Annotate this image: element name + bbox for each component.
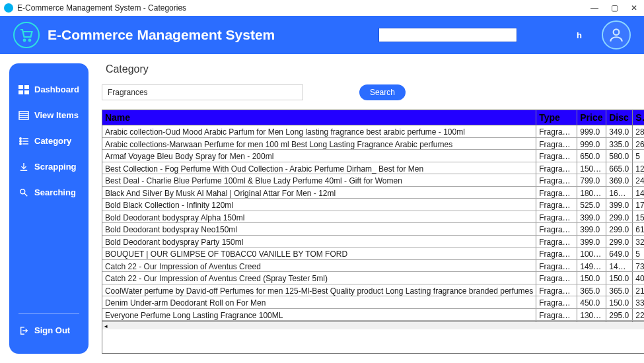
app-icon xyxy=(4,3,13,13)
sidebar-item-label: Scrapping xyxy=(34,162,77,172)
sidebar-item-dashboard[interactable]: Dashboard xyxy=(9,77,89,102)
cell-sold: 5 xyxy=(633,150,644,162)
cell-name: Catch 22 - Our Impression of Aventus Cre… xyxy=(102,260,536,272)
cell-price: 1500.0 xyxy=(577,162,606,174)
sidebar-item-signout[interactable]: Sign Out xyxy=(9,317,89,343)
list-icon xyxy=(18,111,29,120)
cell-type: Fragrances xyxy=(536,284,577,296)
cell-price: 1490.0 xyxy=(577,260,606,272)
sidebar-item-category[interactable]: Category xyxy=(9,128,89,154)
cell-disc: 399.0 xyxy=(606,199,633,211)
table-row[interactable]: Best Collection - Fog Perfume With Oud C… xyxy=(102,162,644,175)
cell-sold: 174 xyxy=(633,199,644,211)
cell-disc: 299.0 xyxy=(606,211,633,223)
cell-price: 650.0 xyxy=(577,150,606,162)
cell-disc: 580.0 xyxy=(606,150,633,162)
cell-type: Fragrances xyxy=(536,309,577,321)
cell-type: Fragrances xyxy=(536,223,577,235)
search-button[interactable]: Search xyxy=(359,84,406,100)
table-row[interactable]: Catch 22 - Our Impression of Aventus Cre… xyxy=(102,272,644,284)
cell-sold: 406 xyxy=(633,272,644,284)
table-header: Name Type Price Disc Sold Reviews R ▲ xyxy=(102,110,644,125)
maximize-button[interactable]: ▢ xyxy=(604,0,624,16)
cell-disc: 295.0 xyxy=(606,309,633,321)
sidebar-item-label: Category xyxy=(34,136,71,146)
cell-sold: 734 xyxy=(633,260,644,272)
sidebar-divider xyxy=(18,313,79,314)
cart-icon xyxy=(13,22,40,48)
col-header-disc[interactable]: Disc xyxy=(606,110,633,125)
sidebar-item-label: Sign Out xyxy=(34,325,70,335)
table-row[interactable]: Denim Under-arm Deodorant Roll on For Me… xyxy=(102,296,644,309)
cell-type: Fragrances xyxy=(536,187,577,199)
table-row[interactable]: Black And Silver By Musk Al Mahal | Orig… xyxy=(102,187,644,199)
col-header-sold[interactable]: Sold xyxy=(633,110,644,125)
main-area: Dashboard View Items Category Scrapping … xyxy=(0,54,644,363)
svg-point-2 xyxy=(614,29,620,35)
col-header-type[interactable]: Type xyxy=(536,110,577,125)
col-header-price[interactable]: Price xyxy=(577,110,606,125)
cell-name: Best Collection - Fog Perfume With Oud C… xyxy=(102,162,536,174)
sidebar-item-view-items[interactable]: View Items xyxy=(9,102,89,128)
table-row[interactable]: Bold Black Collection - Infinity 120mlFr… xyxy=(102,199,644,211)
cell-disc: 1490.0 xyxy=(606,260,633,272)
topbar-search-input[interactable] xyxy=(378,28,517,42)
table-row[interactable]: BOUQUET | OUR GLIMPSE OF T0BACC0 VANILLE… xyxy=(102,248,644,260)
sidebar-item-scrapping[interactable]: Scrapping xyxy=(9,154,89,180)
table-row[interactable]: Best Deal - Charlie Blue Perfume 100ml &… xyxy=(102,174,644,187)
table-row[interactable]: CoolWater perfume by David-off Perfumes … xyxy=(102,284,644,297)
content: Category Search Name Type Price Disc Sol… xyxy=(89,63,644,354)
cell-price: 365.0 xyxy=(577,284,606,296)
table-row[interactable]: Arabic collections-Marwaan Perfume for m… xyxy=(102,138,644,150)
cell-disc: 299.0 xyxy=(606,223,633,235)
table-row[interactable]: Bold Deodorant bodyspray Neo150mlFragran… xyxy=(102,223,644,236)
cell-price: 150.0 xyxy=(577,272,606,284)
cell-price: 799.0 xyxy=(577,174,606,186)
cell-name: Arabic collection-Oud Mood Arabic Parfum… xyxy=(102,125,536,137)
dashboard-icon xyxy=(18,85,29,94)
topbar-right-text: h xyxy=(577,30,582,40)
table-row[interactable]: Arabic collection-Oud Mood Arabic Parfum… xyxy=(102,125,644,138)
cell-type: Fragrances xyxy=(536,260,577,272)
cell-disc: 150.0 xyxy=(606,296,633,308)
cell-sold: 224 xyxy=(633,309,644,321)
cell-sold: 121 xyxy=(633,162,644,174)
cell-disc: 365.0 xyxy=(606,284,633,296)
table-row[interactable]: Bold Deodorant bodyspray Party 150mlFrag… xyxy=(102,236,644,248)
cell-name: Bold Deodorant bodyspray Party 150ml xyxy=(102,236,536,248)
data-table: Name Type Price Disc Sold Reviews R ▲ Ar… xyxy=(102,110,644,354)
cell-type: Fragrances xyxy=(536,272,577,284)
cell-disc: 1600.0 xyxy=(606,187,633,199)
close-button[interactable]: ✕ xyxy=(624,0,644,16)
cell-type: Fragrances xyxy=(536,211,577,223)
page-title: Category xyxy=(106,63,644,75)
window-controls: — ▢ ✕ xyxy=(585,0,644,16)
svg-point-13 xyxy=(20,140,21,141)
cell-price: 999.0 xyxy=(577,138,606,150)
cell-name: Best Deal - Charlie Blue Perfume 100ml &… xyxy=(102,174,536,186)
table-body: Arabic collection-Oud Mood Arabic Parfum… xyxy=(102,125,644,321)
table-row[interactable]: Armaf Voyage Bleu Body Spray for Men - 2… xyxy=(102,150,644,162)
titlebar: E-Commerce Management System - Categorie… xyxy=(0,0,644,16)
cell-disc: 299.0 xyxy=(606,236,633,248)
cell-name: Bold Black Collection - Infinity 120ml xyxy=(102,199,536,211)
cell-sold: 142 xyxy=(633,187,644,199)
cell-type: Fragrances xyxy=(536,199,577,211)
cell-disc: 150.0 xyxy=(606,272,633,284)
cell-name: BOUQUET | OUR GLIMPSE OF T0BACC0 VANILLE… xyxy=(102,248,536,259)
avatar-button[interactable] xyxy=(602,20,631,50)
cell-disc: 649.0 xyxy=(606,248,633,259)
category-search-input[interactable] xyxy=(102,84,303,100)
minimize-button[interactable]: — xyxy=(585,0,604,16)
cell-name: Black And Silver By Musk Al Mahal | Orig… xyxy=(102,187,536,199)
col-header-name[interactable]: Name xyxy=(102,110,536,125)
cell-name: Armaf Voyage Bleu Body Spray for Men - 2… xyxy=(102,150,536,162)
horizontal-scrollbar[interactable]: ◂▸ xyxy=(102,321,644,329)
table-row[interactable]: Bold Deodorant bodyspray Alpha 150mlFrag… xyxy=(102,211,644,224)
table-row[interactable]: Catch 22 - Our Impression of Aventus Cre… xyxy=(102,260,644,273)
cell-name: Everyone Perfume Long Lasting Fragrance … xyxy=(102,309,536,321)
table-row[interactable]: Everyone Perfume Long Lasting Fragrance … xyxy=(102,309,644,321)
cell-type: Fragrances xyxy=(536,248,577,259)
cell-price: 525.0 xyxy=(577,199,606,211)
sidebar-item-searching[interactable]: Searching xyxy=(9,180,89,205)
